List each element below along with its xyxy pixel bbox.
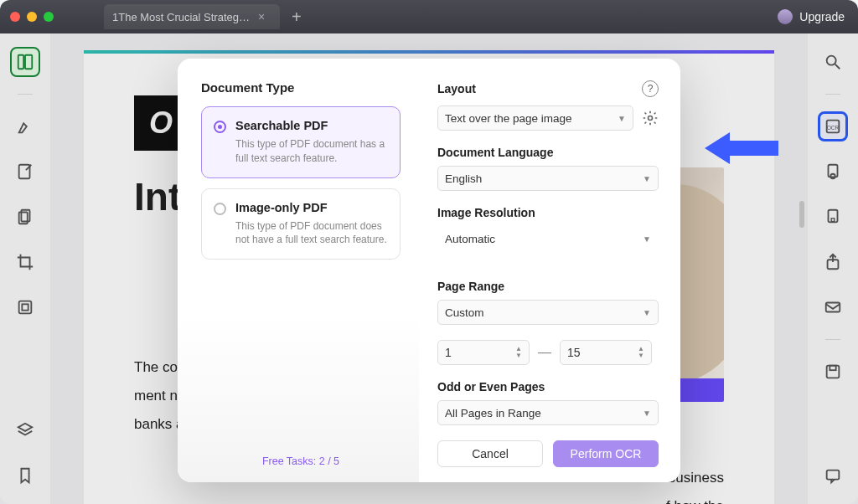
doctype-title: Searchable PDF xyxy=(235,119,388,132)
doctype-title: Image-only PDF xyxy=(235,201,388,214)
avatar xyxy=(778,9,793,24)
resolution-label: Image Resolution xyxy=(437,206,659,219)
tab-title: 1The Most Crucial Strateg… xyxy=(112,11,250,23)
range-separator: — xyxy=(538,345,551,360)
close-icon[interactable] xyxy=(10,12,20,22)
doctype-desc: This type of PDF document has a full tex… xyxy=(235,137,388,166)
tab-close-icon[interactable]: × xyxy=(258,10,265,23)
help-icon[interactable]: ? xyxy=(642,80,659,97)
chevron-down-icon: ▼ xyxy=(618,114,626,123)
language-select[interactable]: English ▼ xyxy=(437,166,659,191)
document-type-label: Document Type xyxy=(201,80,401,95)
page-range-select[interactable]: Custom ▼ xyxy=(437,300,659,325)
upgrade-label: Upgrade xyxy=(799,10,845,23)
language-label: Document Language xyxy=(437,146,659,159)
title-bar: 1The Most Crucial Strateg… × + Upgrade xyxy=(0,0,858,33)
upgrade-button[interactable]: Upgrade xyxy=(778,9,845,24)
resolution-select[interactable]: Automatic ▼ xyxy=(437,226,659,251)
chevron-down-icon: ▼ xyxy=(643,308,651,317)
page-range-label: Page Range xyxy=(437,280,659,293)
chevron-down-icon: ▼ xyxy=(643,234,651,244)
modal-backdrop: Document Type Searchable PDF This type o… xyxy=(0,33,858,504)
radio-icon xyxy=(214,121,226,133)
maximize-icon[interactable] xyxy=(44,12,54,22)
chevron-down-icon: ▼ xyxy=(643,174,651,183)
new-tab-button[interactable]: + xyxy=(292,8,302,27)
chevron-down-icon: ▼ xyxy=(643,409,651,418)
svg-point-19 xyxy=(649,116,653,121)
document-tab[interactable]: 1The Most Crucial Strateg… × xyxy=(104,4,280,29)
oddeven-label: Odd or Even Pages xyxy=(437,380,659,393)
doctype-searchable-option[interactable]: Searchable PDF This type of PDF document… xyxy=(201,106,401,178)
callout-arrow-icon xyxy=(695,132,778,164)
perform-ocr-button[interactable]: Perform OCR xyxy=(553,440,659,467)
minimize-icon[interactable] xyxy=(27,12,37,22)
gear-icon[interactable] xyxy=(642,110,659,126)
free-tasks-label: Free Tasks: 2 / 5 xyxy=(201,455,401,467)
radio-icon xyxy=(214,203,226,215)
doctype-imageonly-option[interactable]: Image-only PDF This type of PDF document… xyxy=(201,188,401,260)
stepper-arrows-icon[interactable]: ▲▼ xyxy=(638,342,648,363)
page-from-input[interactable]: 1 ▲▼ xyxy=(437,340,530,365)
oddeven-select[interactable]: All Pages in Range ▼ xyxy=(437,400,659,425)
cancel-button[interactable]: Cancel xyxy=(437,440,543,467)
layout-label: Layout xyxy=(437,82,476,95)
layout-select[interactable]: Text over the page image ▼ xyxy=(437,105,633,131)
stepper-arrows-icon[interactable]: ▲▼ xyxy=(515,342,525,363)
doctype-desc: This type of PDF document does not have … xyxy=(235,219,388,248)
page-to-input[interactable]: 15 ▲▼ xyxy=(560,340,652,365)
ocr-settings-dialog: Document Type Searchable PDF This type o… xyxy=(178,59,680,482)
